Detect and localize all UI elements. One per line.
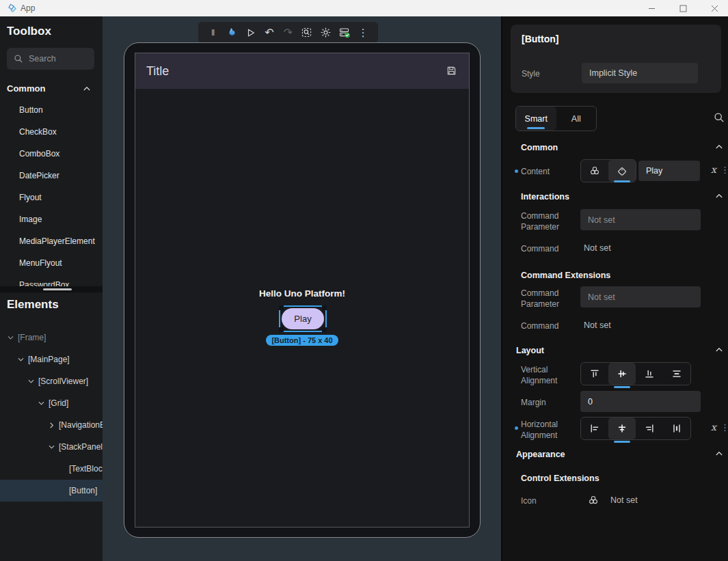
- minimize-button[interactable]: [638, 0, 665, 16]
- binding-mode-button[interactable]: [581, 160, 608, 182]
- tab-all[interactable]: All: [556, 107, 597, 131]
- theme-sun-icon[interactable]: [317, 25, 334, 41]
- left-sidebar: Toolbox Common Button CheckBox ComboBox …: [0, 16, 103, 561]
- command-parameter-input[interactable]: [580, 209, 701, 230]
- properties-search-icon[interactable]: [714, 112, 725, 123]
- chevron-down-icon[interactable]: [16, 355, 26, 365]
- search-input[interactable]: [29, 54, 83, 64]
- resize-handle-top-right[interactable]: [322, 305, 327, 310]
- more-options-kebab-icon[interactable]: ⋮: [355, 25, 371, 41]
- tree-item-scrollviewer[interactable]: [ScrollViewer]: [0, 370, 103, 392]
- app-window: App Toolbox Common Button CheckBox Combo…: [0, 0, 728, 561]
- halign-left-icon: [589, 423, 600, 434]
- xaml-expression-icon[interactable]: x: [711, 422, 716, 433]
- tree-item-grid[interactable]: [Grid]: [0, 392, 103, 414]
- icon-value[interactable]: Not set: [610, 495, 638, 505]
- command-extensions-title: Command Extensions: [521, 271, 610, 280]
- modified-indicator-dot: [515, 426, 518, 430]
- literal-value-mode-button[interactable]: [608, 160, 636, 182]
- halign-center-button[interactable]: [608, 418, 636, 439]
- tree-item-mainpage[interactable]: [MainPage]: [0, 348, 103, 370]
- design-canvas[interactable]: ‖ ↶ ↷ ⋮: [103, 16, 501, 561]
- selection-size-badge: [Button] - 75 x 40: [135, 335, 469, 346]
- tree-item-stackpanel[interactable]: [StackPanel]: [0, 436, 103, 458]
- content-input[interactable]: [638, 161, 700, 181]
- valign-center-icon: [617, 368, 628, 379]
- undo-icon[interactable]: ↶: [261, 25, 278, 41]
- style-input[interactable]: [582, 63, 698, 83]
- chevron-down-icon[interactable]: [5, 333, 16, 343]
- section-layout-collapse-icon[interactable]: [714, 345, 724, 355]
- content-more-kebab-icon[interactable]: ⋮: [720, 165, 728, 175]
- chevron-down-icon[interactable]: [36, 398, 46, 409]
- chevron-up-icon[interactable]: [82, 84, 92, 94]
- hello-textblock[interactable]: Hello Uno Platform!: [135, 288, 469, 299]
- tree-item-button-selected[interactable]: [Button]: [0, 480, 103, 502]
- save-icon[interactable]: [446, 66, 457, 76]
- tree-item-label: [TextBloc: [69, 464, 103, 474]
- play-run-icon[interactable]: [243, 25, 259, 41]
- section-appearance-collapse-icon[interactable]: [714, 449, 724, 459]
- ext-command-value[interactable]: Not set: [584, 320, 611, 330]
- toolbox-item-datepicker[interactable]: DatePicker: [0, 165, 103, 187]
- properties-panel: [Button] Style Smart All Common Content …: [501, 16, 728, 561]
- selected-element-card: [Button] Style: [511, 25, 721, 93]
- style-label: Style: [522, 68, 540, 79]
- toolbox-item-label: CheckBox: [19, 127, 57, 137]
- toolbox-item-label: Image: [19, 215, 42, 224]
- halign-right-button[interactable]: [636, 418, 663, 439]
- halign-stretch-button[interactable]: [663, 418, 690, 439]
- section-common-collapse-icon[interactable]: [714, 142, 724, 152]
- xaml-expression-icon[interactable]: x: [711, 164, 716, 175]
- tab-smart-label: Smart: [525, 114, 548, 124]
- close-button[interactable]: [701, 0, 728, 16]
- command-value[interactable]: Not set: [584, 243, 611, 253]
- tree-item-navigationbar[interactable]: [NavigationE: [0, 414, 103, 436]
- tree-item-label: [Grid]: [49, 398, 68, 408]
- toolbox-item-passwordbox[interactable]: PasswordBox: [0, 274, 103, 286]
- toolbox-item-image[interactable]: Image: [0, 208, 103, 230]
- tag-icon: [617, 165, 628, 176]
- ext-command-parameter-input[interactable]: [580, 286, 701, 307]
- chevron-down-icon[interactable]: [26, 377, 36, 387]
- connected-server-icon[interactable]: [336, 25, 353, 41]
- toolbox-item-menuflyout[interactable]: MenuFlyout: [0, 252, 103, 274]
- resize-handle-top-left[interactable]: [279, 305, 284, 310]
- redo-icon[interactable]: ↷: [280, 25, 296, 41]
- page-title[interactable]: Title: [146, 64, 169, 79]
- halign-more-kebab-icon[interactable]: ⋮: [720, 422, 728, 433]
- property-tabs: Smart All: [515, 106, 597, 131]
- tree-item-frame[interactable]: [Frame]: [0, 327, 103, 348]
- toolbox-item-combobox[interactable]: ComboBox: [0, 143, 103, 165]
- valign-center-button[interactable]: [608, 363, 636, 385]
- toolbox-item-button[interactable]: Button: [0, 99, 103, 121]
- device-screen[interactable]: Title Hello Uno Platform! Play [Button] …: [135, 53, 470, 528]
- binding-icon[interactable]: [588, 495, 599, 506]
- toolbox-item-checkbox[interactable]: CheckBox: [0, 121, 103, 143]
- tab-smart[interactable]: Smart: [516, 107, 556, 131]
- toolbox-item-mediaplayerelement[interactable]: MediaPlayerElement: [0, 230, 103, 252]
- search-icon: [14, 54, 23, 64]
- tab-all-label: All: [571, 114, 581, 124]
- valign-bottom-button[interactable]: [636, 363, 663, 385]
- valign-stretch-button[interactable]: [663, 363, 690, 385]
- section-interactions-collapse-icon[interactable]: [714, 191, 724, 201]
- margin-input[interactable]: [580, 391, 701, 412]
- zoom-to-selection-icon[interactable]: [299, 25, 315, 41]
- chevron-right-icon[interactable]: [46, 420, 57, 430]
- hot-reload-flame-icon[interactable]: [224, 25, 240, 41]
- toolbox-search[interactable]: [7, 48, 94, 70]
- chevron-down-icon[interactable]: [46, 442, 57, 452]
- resize-handle-bottom-right[interactable]: [322, 327, 327, 332]
- selection-rectangle: [279, 305, 327, 332]
- icon-label: Icon: [521, 495, 537, 506]
- halign-left-button[interactable]: [581, 418, 608, 439]
- toolbox-scrollbar-thumb[interactable]: [43, 288, 72, 290]
- toolbox-item-flyout[interactable]: Flyout: [0, 187, 103, 208]
- valign-top-button[interactable]: [581, 363, 608, 385]
- drag-handle-icon[interactable]: ‖: [205, 25, 221, 41]
- resize-handle-bottom-left[interactable]: [279, 327, 284, 332]
- modified-indicator-dot: [515, 169, 518, 173]
- tree-item-textblock[interactable]: [TextBloc: [0, 458, 103, 480]
- maximize-button[interactable]: [669, 0, 697, 16]
